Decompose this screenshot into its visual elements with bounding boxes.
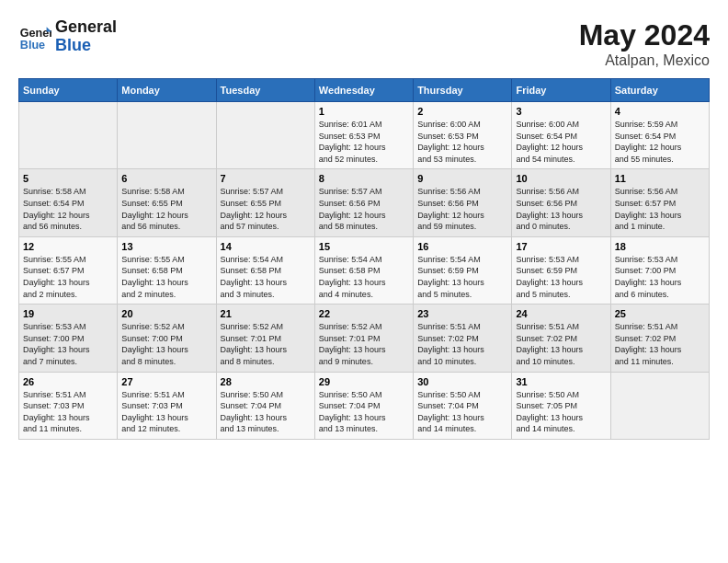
logo: General Blue General Blue bbox=[18, 18, 117, 55]
day-number: 28 bbox=[221, 376, 311, 387]
calendar-cell: 25Sunrise: 5:51 AM Sunset: 7:02 PM Dayli… bbox=[610, 304, 709, 372]
calendar-week-1: 1Sunrise: 6:01 AM Sunset: 6:53 PM Daylig… bbox=[19, 102, 710, 169]
calendar-cell: 5Sunrise: 5:58 AM Sunset: 6:54 PM Daylig… bbox=[19, 169, 118, 236]
calendar-cell: 16Sunrise: 5:54 AM Sunset: 6:59 PM Dayli… bbox=[414, 236, 512, 304]
day-number: 2 bbox=[417, 106, 507, 117]
logo-icon: General Blue bbox=[18, 20, 51, 53]
calendar-cell: 21Sunrise: 5:52 AM Sunset: 7:01 PM Dayli… bbox=[216, 304, 314, 372]
calendar-cell: 3Sunrise: 6:00 AM Sunset: 6:54 PM Daylig… bbox=[512, 102, 610, 169]
day-number: 29 bbox=[319, 376, 409, 387]
day-number: 14 bbox=[221, 241, 311, 252]
day-info: Sunrise: 5:50 AM Sunset: 7:04 PM Dayligh… bbox=[221, 389, 311, 435]
day-info: Sunrise: 5:50 AM Sunset: 7:04 PM Dayligh… bbox=[319, 389, 409, 435]
calendar-cell: 29Sunrise: 5:50 AM Sunset: 7:04 PM Dayli… bbox=[314, 372, 413, 439]
day-number: 4 bbox=[615, 106, 705, 117]
calendar-cell: 1Sunrise: 6:01 AM Sunset: 6:53 PM Daylig… bbox=[314, 102, 413, 169]
calendar-cell: 31Sunrise: 5:50 AM Sunset: 7:05 PM Dayli… bbox=[512, 372, 610, 439]
day-info: Sunrise: 5:53 AM Sunset: 7:00 PM Dayligh… bbox=[615, 254, 705, 300]
day-info: Sunrise: 5:52 AM Sunset: 7:00 PM Dayligh… bbox=[121, 321, 211, 367]
day-info: Sunrise: 6:00 AM Sunset: 6:53 PM Dayligh… bbox=[417, 119, 507, 165]
day-info: Sunrise: 5:51 AM Sunset: 7:02 PM Dayligh… bbox=[516, 321, 606, 367]
calendar-week-5: 26Sunrise: 5:51 AM Sunset: 7:03 PM Dayli… bbox=[19, 372, 710, 439]
day-info: Sunrise: 5:50 AM Sunset: 7:04 PM Dayligh… bbox=[417, 389, 507, 435]
day-number: 25 bbox=[615, 308, 705, 319]
calendar-cell: 23Sunrise: 5:51 AM Sunset: 7:02 PM Dayli… bbox=[414, 304, 512, 372]
day-info: Sunrise: 5:58 AM Sunset: 6:54 PM Dayligh… bbox=[23, 186, 113, 232]
day-info: Sunrise: 5:55 AM Sunset: 6:57 PM Dayligh… bbox=[23, 254, 113, 300]
dow-sunday: Sunday bbox=[19, 79, 118, 102]
dow-friday: Friday bbox=[512, 79, 610, 102]
calendar-cell: 14Sunrise: 5:54 AM Sunset: 6:58 PM Dayli… bbox=[216, 236, 314, 304]
calendar-cell bbox=[118, 102, 216, 169]
calendar-cell: 30Sunrise: 5:50 AM Sunset: 7:04 PM Dayli… bbox=[414, 372, 512, 439]
day-info: Sunrise: 5:51 AM Sunset: 7:02 PM Dayligh… bbox=[615, 321, 705, 367]
calendar-cell: 19Sunrise: 5:53 AM Sunset: 7:00 PM Dayli… bbox=[19, 304, 118, 372]
days-of-week-header: SundayMondayTuesdayWednesdayThursdayFrid… bbox=[19, 79, 710, 102]
month-year-title: May 2024 bbox=[579, 18, 710, 52]
calendar-cell bbox=[216, 102, 314, 169]
day-number: 24 bbox=[516, 308, 606, 319]
day-number: 22 bbox=[319, 308, 409, 319]
calendar-cell: 26Sunrise: 5:51 AM Sunset: 7:03 PM Dayli… bbox=[19, 372, 118, 439]
calendar-cell: 6Sunrise: 5:58 AM Sunset: 6:55 PM Daylig… bbox=[118, 169, 216, 236]
day-info: Sunrise: 5:59 AM Sunset: 6:54 PM Dayligh… bbox=[615, 119, 705, 165]
day-number: 1 bbox=[319, 106, 409, 117]
day-number: 13 bbox=[121, 241, 211, 252]
calendar-cell: 22Sunrise: 5:52 AM Sunset: 7:01 PM Dayli… bbox=[314, 304, 413, 372]
calendar-cell: 17Sunrise: 5:53 AM Sunset: 6:59 PM Dayli… bbox=[512, 236, 610, 304]
day-info: Sunrise: 5:57 AM Sunset: 6:55 PM Dayligh… bbox=[221, 186, 311, 232]
day-number: 23 bbox=[417, 308, 507, 319]
day-info: Sunrise: 5:53 AM Sunset: 7:00 PM Dayligh… bbox=[23, 321, 113, 367]
calendar-cell: 12Sunrise: 5:55 AM Sunset: 6:57 PM Dayli… bbox=[19, 236, 118, 304]
calendar-body: 1Sunrise: 6:01 AM Sunset: 6:53 PM Daylig… bbox=[19, 102, 710, 440]
calendar-cell: 20Sunrise: 5:52 AM Sunset: 7:00 PM Dayli… bbox=[118, 304, 216, 372]
day-info: Sunrise: 5:51 AM Sunset: 7:03 PM Dayligh… bbox=[23, 389, 113, 435]
day-number: 15 bbox=[319, 241, 409, 252]
day-info: Sunrise: 5:54 AM Sunset: 6:58 PM Dayligh… bbox=[221, 254, 311, 300]
calendar-cell: 18Sunrise: 5:53 AM Sunset: 7:00 PM Dayli… bbox=[610, 236, 709, 304]
calendar-cell: 27Sunrise: 5:51 AM Sunset: 7:03 PM Dayli… bbox=[118, 372, 216, 439]
day-number: 7 bbox=[221, 173, 311, 184]
day-number: 10 bbox=[516, 173, 606, 184]
day-number: 11 bbox=[615, 173, 705, 184]
day-number: 26 bbox=[23, 376, 113, 387]
day-info: Sunrise: 5:52 AM Sunset: 7:01 PM Dayligh… bbox=[221, 321, 311, 367]
calendar-cell bbox=[19, 102, 118, 169]
day-number: 16 bbox=[417, 241, 507, 252]
calendar-week-2: 5Sunrise: 5:58 AM Sunset: 6:54 PM Daylig… bbox=[19, 169, 710, 236]
day-number: 8 bbox=[319, 173, 409, 184]
day-info: Sunrise: 5:54 AM Sunset: 6:59 PM Dayligh… bbox=[417, 254, 507, 300]
dow-wednesday: Wednesday bbox=[314, 79, 413, 102]
title-block: May 2024 Atalpan, Mexico bbox=[579, 18, 710, 69]
day-number: 9 bbox=[417, 173, 507, 184]
dow-tuesday: Tuesday bbox=[216, 79, 314, 102]
day-number: 21 bbox=[221, 308, 311, 319]
day-number: 31 bbox=[516, 376, 606, 387]
calendar-cell: 13Sunrise: 5:55 AM Sunset: 6:58 PM Dayli… bbox=[118, 236, 216, 304]
day-info: Sunrise: 5:50 AM Sunset: 7:05 PM Dayligh… bbox=[516, 389, 606, 435]
svg-text:Blue: Blue bbox=[20, 38, 45, 51]
calendar-cell: 24Sunrise: 5:51 AM Sunset: 7:02 PM Dayli… bbox=[512, 304, 610, 372]
day-number: 30 bbox=[417, 376, 507, 387]
day-info: Sunrise: 5:56 AM Sunset: 6:57 PM Dayligh… bbox=[615, 186, 705, 232]
day-number: 19 bbox=[23, 308, 113, 319]
day-info: Sunrise: 5:57 AM Sunset: 6:56 PM Dayligh… bbox=[319, 186, 409, 232]
calendar-cell: 7Sunrise: 5:57 AM Sunset: 6:55 PM Daylig… bbox=[216, 169, 314, 236]
day-info: Sunrise: 5:55 AM Sunset: 6:58 PM Dayligh… bbox=[121, 254, 211, 300]
day-info: Sunrise: 5:54 AM Sunset: 6:58 PM Dayligh… bbox=[319, 254, 409, 300]
calendar-cell: 28Sunrise: 5:50 AM Sunset: 7:04 PM Dayli… bbox=[216, 372, 314, 439]
calendar-week-4: 19Sunrise: 5:53 AM Sunset: 7:00 PM Dayli… bbox=[19, 304, 710, 372]
day-number: 5 bbox=[23, 173, 113, 184]
dow-thursday: Thursday bbox=[414, 79, 512, 102]
calendar-cell: 11Sunrise: 5:56 AM Sunset: 6:57 PM Dayli… bbox=[610, 169, 709, 236]
page-header: General Blue General Blue May 2024 Atalp… bbox=[18, 18, 710, 69]
dow-saturday: Saturday bbox=[610, 79, 709, 102]
day-info: Sunrise: 5:56 AM Sunset: 6:56 PM Dayligh… bbox=[417, 186, 507, 232]
calendar-cell: 15Sunrise: 5:54 AM Sunset: 6:58 PM Dayli… bbox=[314, 236, 413, 304]
calendar-cell bbox=[610, 372, 709, 439]
day-info: Sunrise: 5:53 AM Sunset: 6:59 PM Dayligh… bbox=[516, 254, 606, 300]
calendar-cell: 8Sunrise: 5:57 AM Sunset: 6:56 PM Daylig… bbox=[314, 169, 413, 236]
calendar-cell: 9Sunrise: 5:56 AM Sunset: 6:56 PM Daylig… bbox=[414, 169, 512, 236]
logo-line2: Blue bbox=[55, 37, 117, 55]
logo-line1: General bbox=[55, 18, 117, 37]
